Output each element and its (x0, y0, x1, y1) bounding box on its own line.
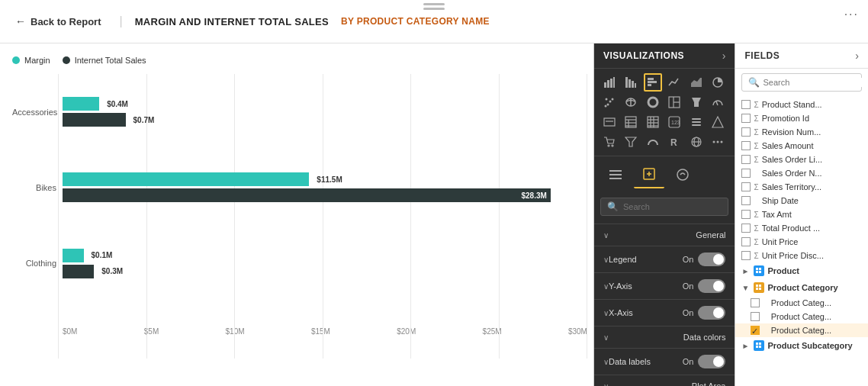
svg-point-16 (612, 98, 614, 101)
format-section-plotarea-header[interactable]: ∨ Plot Area (594, 375, 735, 386)
field-checkbox-productstand[interactable] (741, 100, 751, 109)
viz-icon-slicer[interactable] (687, 113, 706, 131)
bar-wrap: $11.5M (63, 172, 587, 186)
field-label-productcateg3: Product Categ... (771, 326, 862, 335)
viz-icon-cart[interactable] (600, 133, 619, 151)
format-section-yaxis-header[interactable]: ∨ Y-Axis On (594, 273, 735, 299)
list-item[interactable]: Σ Unit Price (735, 235, 868, 249)
field-checkbox-productcateg2[interactable] (751, 312, 760, 321)
field-checkbox-salesordern[interactable] (741, 169, 751, 178)
viz-icon-funnel[interactable] (687, 93, 706, 111)
viz-icon-donut[interactable] (644, 93, 662, 111)
viz-icon-card[interactable] (600, 113, 619, 131)
field-checkbox-promotionid[interactable] (741, 114, 751, 123)
format-section-general-header[interactable]: ∨ General (594, 224, 735, 246)
format-section-legend-header[interactable]: ∨ Legend On (594, 246, 735, 272)
menu-dots[interactable]: ··· (844, 8, 859, 21)
format-section-datalabels-header[interactable]: ∨ Data labels On (594, 349, 735, 375)
bar-chart: Accessories $0.4M $0.7M (12, 74, 587, 380)
viz-icon-matrix[interactable] (644, 113, 662, 131)
drag-handle[interactable] (423, 3, 445, 10)
list-item[interactable]: ► Product Subcategory (735, 337, 868, 354)
list-item[interactable]: Σ Sales Amount (735, 139, 868, 153)
field-checkbox-salesterritory[interactable] (741, 182, 751, 191)
xaxis-toggle[interactable] (698, 306, 725, 320)
field-checkbox-unitpricedisc[interactable] (741, 251, 751, 260)
list-item[interactable]: Σ Tax Amt (735, 207, 868, 221)
viz-icon-more[interactable] (709, 133, 727, 151)
viz-search-box[interactable]: 🔍 (600, 198, 728, 216)
field-checkbox-totalproduct[interactable] (741, 224, 751, 233)
viz-icon-table[interactable] (622, 113, 640, 131)
viz-icon-bar[interactable] (600, 73, 619, 92)
field-checkbox-unitprice[interactable] (741, 237, 751, 246)
list-item[interactable]: ✓ Σ Product Categ... (735, 323, 868, 337)
field-checkbox-taxamt[interactable] (741, 210, 751, 219)
list-item[interactable]: Σ Unit Price Disc... (735, 249, 868, 262)
svg-marker-44 (712, 117, 723, 127)
fields-search-box[interactable]: 🔍 (741, 73, 862, 92)
list-item[interactable]: Σ Product Categ... (735, 296, 868, 310)
field-label-promotionid: Promotion Id (762, 114, 862, 123)
viz-icon-pie[interactable] (709, 73, 727, 92)
legend-toggle[interactable] (698, 253, 725, 266)
list-item[interactable]: Σ Promotion Id (735, 111, 868, 125)
chart-area: Margin Internet Total Sales (0, 43, 593, 386)
viz-search-input[interactable] (623, 202, 728, 211)
x-label-5: $5M (144, 327, 159, 336)
viz-sub-format[interactable] (634, 161, 664, 188)
fields-search-input[interactable] (763, 78, 868, 87)
viz-icon-column[interactable] (622, 73, 640, 92)
list-item[interactable]: Σ Product Stand... (735, 98, 868, 111)
field-checkbox-salesamount[interactable] (741, 141, 751, 150)
list-item[interactable]: Σ Sales Territory... (735, 180, 868, 194)
viz-icon-map[interactable] (622, 93, 640, 111)
list-item[interactable]: Σ Ship Date (735, 194, 868, 207)
viz-sub-fields[interactable] (600, 161, 631, 188)
field-checkbox-productcateg1[interactable] (751, 298, 760, 307)
viz-icon-kpi[interactable]: 123 (665, 113, 683, 131)
field-checkbox-revision[interactable] (741, 127, 751, 137)
sigma-icon: Σ (754, 211, 758, 219)
list-item[interactable]: Σ Sales Order Li... (735, 153, 868, 166)
list-item[interactable]: Σ Sales Order N... (735, 166, 868, 180)
viz-icon-area[interactable] (687, 73, 706, 92)
field-checkbox-salesorderli[interactable] (741, 155, 751, 164)
list-item[interactable]: ► Product (735, 262, 868, 279)
field-label-product-group: Product (767, 266, 862, 275)
viz-icon-globe[interactable] (687, 133, 706, 151)
viz-icon-scatter[interactable] (600, 93, 619, 111)
viz-icon-line[interactable] (665, 73, 683, 92)
bar-bikes-sales: $28.3M (63, 188, 551, 202)
datalabels-toggle[interactable] (698, 355, 725, 368)
field-checkbox-productcateg3[interactable]: ✓ (751, 326, 760, 335)
viz-icon-filter[interactable] (622, 133, 640, 151)
format-section-xaxis-header[interactable]: ∨ X-Axis On (594, 300, 735, 326)
viz-sub-analytics[interactable] (667, 161, 698, 188)
list-item[interactable]: Σ Revision Num... (735, 125, 868, 139)
svg-rect-10 (648, 84, 651, 86)
viz-icon-shape[interactable] (709, 113, 727, 131)
section-arrow-yaxis: ∨ (603, 282, 609, 291)
fields-collapse-button[interactable]: › (855, 50, 859, 62)
field-label-unitpricedisc: Unit Price Disc... (762, 251, 862, 260)
format-section-datacolors-header[interactable]: ∨ Data colors (594, 326, 735, 348)
viz-icon-clustered-bar[interactable] (644, 73, 662, 92)
bar-label-accessories-sales: $0.7M (133, 116, 155, 124)
field-checkbox-shipdate[interactable] (741, 196, 751, 205)
viz-icon-gauge[interactable] (709, 93, 727, 111)
yaxis-toggle[interactable] (698, 279, 725, 293)
section-arrow-general: ∨ (603, 231, 609, 240)
list-item[interactable]: Σ Product Categ... (735, 310, 868, 323)
visualizations-collapse-button[interactable]: › (722, 50, 726, 62)
viz-icon-treemap[interactable] (665, 93, 683, 111)
field-label-salesordern: Sales Order N... (762, 169, 862, 178)
legend-on-label: On (683, 255, 694, 264)
viz-icon-r[interactable]: R (665, 133, 683, 151)
list-item[interactable]: ▼ Product Category (735, 279, 868, 296)
list-item[interactable]: Σ Total Product ... (735, 221, 868, 235)
back-to-report-button[interactable]: ← Back to Report (9, 12, 107, 31)
bar-bikes-margin (63, 172, 309, 186)
chart-inner: Accessories $0.4M $0.7M (12, 74, 587, 380)
viz-icon-half-donut[interactable] (644, 133, 662, 151)
